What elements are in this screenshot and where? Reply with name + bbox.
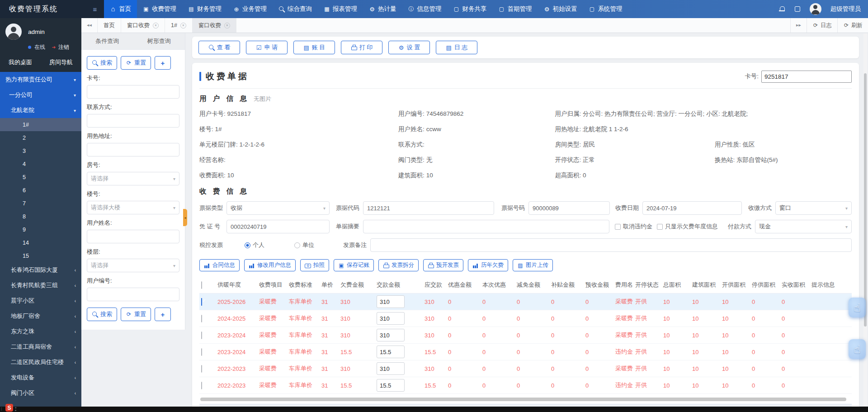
toolbar-button[interactable]: 设 置 [388,41,430,54]
tree-item[interactable]: 热力有限责任公司 ▾ [0,72,81,87]
fullscreen-icon[interactable] [794,6,801,12]
horizontal-scrollbar[interactable] [200,398,846,401]
pay-amount-input[interactable] [377,379,405,392]
fee-date-input[interactable] [642,201,742,215]
scroll-tabs-left-icon[interactable] [86,22,93,28]
collect-method-select[interactable]: 窗口▾ [775,201,852,215]
pay-amount-input[interactable] [377,329,405,341]
tab-condition-query[interactable]: 条件查询 [81,33,133,49]
tree-item[interactable]: 发电设备 ‹ [0,370,81,385]
tree-item[interactable]: 14 [0,236,81,249]
tree-item[interactable]: 8 [0,210,81,223]
add-button[interactable] [155,56,171,70]
tree-item[interactable]: 北航老院 ▾ [0,103,81,118]
tree-item[interactable]: 4 [0,157,81,170]
action-button[interactable]: 保存记账 [334,259,374,271]
row-checkbox[interactable] [201,382,202,389]
touch-pointer-icon[interactable] [849,339,866,359]
user-role[interactable]: 超级管理员 [830,5,861,13]
table-row[interactable]: 2023-2024 采暖费 车库单价 31 310 310 0 0 0 0 0 [199,327,852,344]
pay-amount-input[interactable] [377,295,405,308]
action-button[interactable]: 合同信息 [199,259,240,271]
tree-item[interactable]: 2 [0,131,81,144]
add-button[interactable] [155,308,171,321]
pay-amount-input[interactable] [377,346,405,358]
tree-item[interactable]: 6 [0,184,81,197]
tree-item[interactable]: 一分公司 ▾ [0,87,81,103]
table-row[interactable]: 2024-2025 采暖费 车库单价 31 310 310 0 0 0 0 0 [199,310,852,327]
row-checkbox[interactable] [201,348,202,356]
cancel-penalty-checkbox[interactable] [615,224,621,230]
summary-input[interactable] [363,220,609,233]
receipt-no-input[interactable] [528,201,610,215]
tab-my-desktop[interactable]: 我的桌面 [0,58,41,66]
table-row[interactable]: 2025-2026 采暖费 车库单价 31 310 310 0 0 0 0 0 [199,294,852,310]
action-button[interactable]: 拍照 [300,259,329,271]
card-no-input[interactable] [761,71,852,83]
refresh-button[interactable]: 刷新 [837,18,868,33]
voucher-input[interactable] [226,220,330,233]
close-tab-icon[interactable]: × [224,23,230,28]
pay-amount-input[interactable] [377,312,405,325]
tree-item[interactable]: 二道工商局宿舍 ‹ [0,339,81,355]
action-button[interactable]: 历年欠费 [468,259,508,271]
close-tab-icon[interactable]: × [180,23,186,28]
tree-item[interactable]: 3 [0,144,81,157]
tree-item[interactable]: 5 [0,170,81,184]
select-all-checkbox[interactable] [201,281,202,289]
toolbar-button[interactable]: 账 目 [293,41,335,54]
invoice-remark-input[interactable] [370,238,852,252]
logout-button[interactable]: 注销 [51,43,69,51]
company-radio[interactable] [294,242,300,248]
page-tab[interactable]: 首页 [98,18,121,33]
tree-item[interactable]: 地板厂宿舍 ‹ [0,308,81,324]
personal-radio[interactable] [245,242,250,248]
nav-menu-item[interactable]: 报表管理 [318,0,363,18]
nav-menu-item[interactable]: 初始设置 [538,0,583,18]
nav-menu-item[interactable]: 业务管理 [227,0,273,18]
toolbar-button[interactable]: 申 请 [246,41,288,54]
row-checkbox[interactable] [201,298,202,306]
table-row[interactable]: 2022-2023 采暖费 车库单价 31 310 310 0 0 0 0 0 [199,360,852,377]
touch-pointer-icon[interactable] [849,298,866,317]
query-field-select[interactable]: 请选择 ▾ [87,259,179,272]
tree-item[interactable]: 东方之珠 ‹ [0,324,81,339]
close-tab-icon[interactable]: × [153,23,159,28]
only-arrears-checkbox[interactable] [657,224,663,230]
query-field-select[interactable]: 请选择大楼 ▾ [87,201,179,214]
tree-item[interactable]: 1# [0,118,81,131]
receipt-type-select[interactable]: 收据▾ [226,201,330,215]
tab-tree-query[interactable]: 树形查询 [133,33,185,49]
nav-menu-item[interactable]: 综合查询 [273,0,318,18]
row-checkbox[interactable] [201,315,202,322]
tree-item[interactable]: 阀门小区 ‹ [0,385,81,401]
avatar[interactable] [810,3,821,15]
reset-button[interactable]: 重置 [121,56,151,70]
scroll-tabs-right-icon[interactable] [796,22,802,28]
query-field-input[interactable] [87,288,179,301]
nav-menu-item[interactable]: 信息管理 [402,0,448,18]
page-tab[interactable]: 1# × [165,18,193,33]
page-tab[interactable]: 窗口收费 × [193,18,236,33]
pay-amount-input[interactable] [377,362,405,375]
nav-menu-item[interactable]: 系统管理 [583,0,628,18]
nav-menu-item[interactable]: 财务共享 [448,0,493,18]
row-checkbox[interactable] [201,331,202,339]
action-button[interactable]: 图片上传 [513,259,553,271]
ime-icon[interactable]: S [5,404,13,412]
query-field-input[interactable] [87,114,179,128]
toolbar-button[interactable]: 日 志 [436,41,477,54]
row-checkbox[interactable] [201,365,202,373]
receipt-code-input[interactable] [363,201,494,215]
nav-menu-item[interactable]: 首页 [104,0,137,18]
tab-room-nav[interactable]: 房间导航 [41,58,81,66]
nav-menu-item[interactable]: 热计量 [363,0,402,18]
query-field-select[interactable]: 请选择 ▾ [87,172,179,185]
query-field-input[interactable] [87,143,179,156]
page-tab[interactable]: 窗口收费 × [121,18,165,33]
tree-item[interactable]: 长春鸿石国际大厦 ‹ [0,262,81,278]
nav-menu-item[interactable]: 财务管理 [182,0,227,18]
avatar[interactable] [5,24,22,40]
tree-item[interactable]: 二道区民政局住宅楼 ‹ [0,355,81,370]
toolbar-button[interactable]: 打 印 [341,41,382,54]
